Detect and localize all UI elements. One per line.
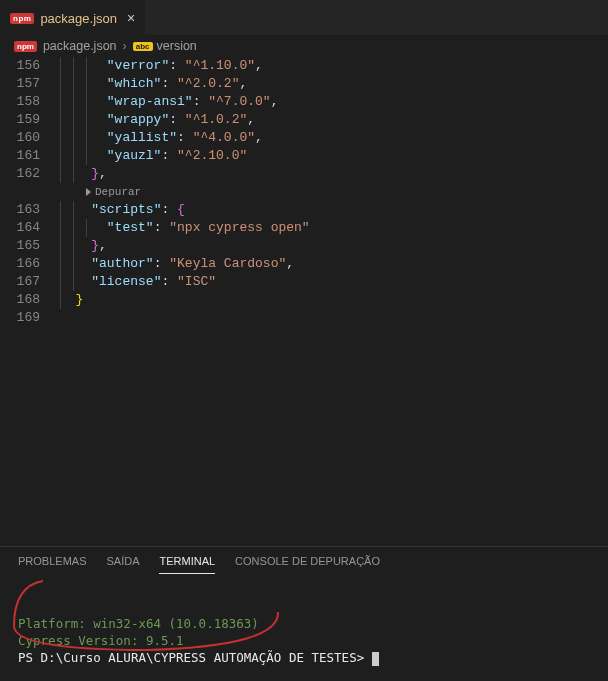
terminal-content[interactable]: Platform: win32-x64 (10.0.18363) Cypress…: [0, 574, 608, 681]
bottom-panel: PROBLEMAS SAÍDA TERMINAL CONSOLE DE DEPU…: [0, 546, 608, 681]
tab-console-depuracao[interactable]: CONSOLE DE DEPURAÇÃO: [235, 555, 380, 574]
codelens-depurar[interactable]: Depurar: [60, 183, 608, 201]
breadcrumb-file[interactable]: package.json: [43, 39, 117, 53]
breadcrumb-symbol[interactable]: abc version: [133, 39, 197, 53]
cursor-icon: [372, 652, 379, 666]
tab-terminal[interactable]: TERMINAL: [159, 555, 215, 574]
code-editor[interactable]: 156 157 158 159 160 161 162 163 164 165 …: [0, 57, 608, 546]
terminal-blank: [18, 582, 590, 599]
terminal-prompt[interactable]: PS D:\Curso ALURA\CYPRESS AUTOMAÇÃO DE T…: [18, 650, 590, 667]
line-gutter: 156 157 158 159 160 161 162 163 164 165 …: [0, 57, 58, 546]
npm-icon: npm: [14, 41, 37, 52]
terminal-cypress-line: Cypress Version: 9.5.1: [18, 633, 590, 650]
breadcrumb[interactable]: npm package.json › abc version: [0, 35, 608, 57]
symbol-icon: abc: [133, 42, 153, 51]
editor-tab-package-json[interactable]: npm package.json ×: [0, 0, 145, 35]
chevron-right-icon: ›: [123, 39, 127, 53]
code-content[interactable]: "verror": "^1.10.0", "which": "^2.0.2", …: [58, 57, 608, 546]
tab-bar: npm package.json ×: [0, 0, 608, 35]
close-icon[interactable]: ×: [127, 10, 135, 26]
terminal-blank: [18, 599, 590, 616]
terminal-platform-line: Platform: win32-x64 (10.0.18363): [18, 616, 590, 633]
tab-filename: package.json: [40, 11, 117, 26]
npm-icon: npm: [10, 13, 34, 24]
tab-problemas[interactable]: PROBLEMAS: [18, 555, 86, 574]
panel-tab-bar: PROBLEMAS SAÍDA TERMINAL CONSOLE DE DEPU…: [0, 547, 608, 574]
tab-saida[interactable]: SAÍDA: [106, 555, 139, 574]
